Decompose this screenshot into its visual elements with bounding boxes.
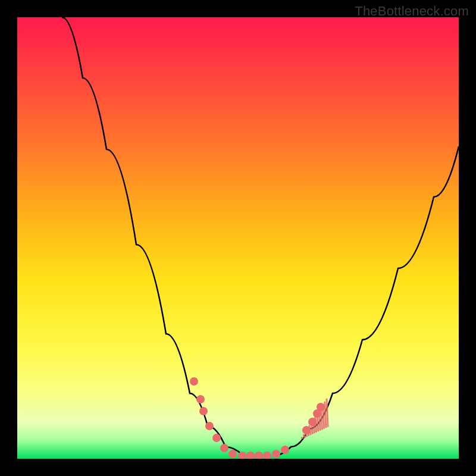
data-point [255,452,263,459]
data-point [246,452,255,459]
right-curve [273,146,459,456]
data-point [205,422,214,430]
hatch-stroke [321,408,322,429]
data-point [317,403,325,411]
data-point [212,434,221,442]
hatch-stroke [325,402,326,427]
data-point [199,407,208,415]
curve-layer [62,17,459,456]
data-point [220,444,228,452]
plot-area [17,17,459,459]
hatch-stroke [327,399,328,427]
data-point [272,450,280,458]
points-layer [190,377,325,459]
data-point [281,446,289,454]
watermark-text: TheBottleneck.com [355,4,469,19]
data-point [308,418,317,426]
data-point [263,452,271,459]
data-point [196,395,205,403]
data-point [228,450,237,458]
chart-svg [17,17,459,459]
outer-frame: TheBottleneck.com [0,0,476,476]
data-point [190,377,198,386]
left-curve [62,17,243,456]
hatch-stroke [303,435,305,437]
data-point [302,426,311,434]
